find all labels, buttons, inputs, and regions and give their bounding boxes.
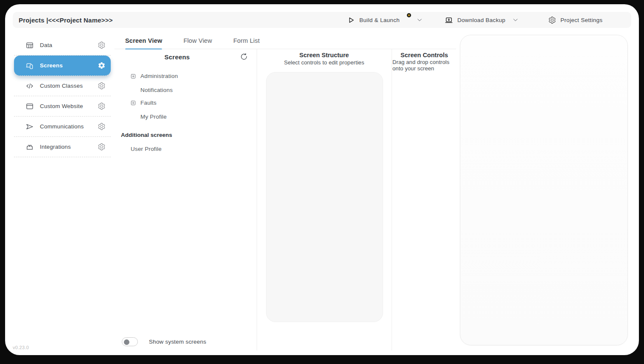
download-backup-button[interactable]: Download Backup: [445, 12, 519, 28]
devices-icon: [25, 61, 34, 70]
show-system-screens-toggle-row[interactable]: Show system screens: [122, 337, 206, 346]
panel-divider: [257, 49, 257, 350]
screen-structure-title: Screen Structure: [257, 52, 392, 58]
gear-icon[interactable]: [98, 122, 106, 131]
top-bar: Projects |<<<Project Name>>> Build & Lau…: [13, 12, 631, 28]
tree-item-label: Notifications: [140, 87, 173, 93]
tab-form-list[interactable]: Form List: [229, 37, 264, 50]
screen-controls-title: Screen Controls: [392, 52, 456, 58]
sidebar-item-screens[interactable]: Screens: [14, 56, 111, 76]
additional-screens-header: Additional screens: [121, 132, 172, 138]
sidebar-item-label: Integrations: [40, 144, 71, 150]
table-icon: [25, 41, 34, 50]
project-settings-button[interactable]: Project Settings: [548, 12, 602, 28]
tree-item-administration[interactable]: Administration: [130, 73, 178, 79]
chevron-down-icon[interactable]: [512, 17, 519, 23]
app-window: Projects |<<<Project Name>>> Build & Lau…: [5, 4, 639, 355]
tree-item-notifications[interactable]: Notifications: [140, 87, 173, 93]
tab-screen-view[interactable]: Screen View: [120, 37, 167, 50]
gear-icon[interactable]: [98, 143, 106, 151]
tabs-divider: [115, 49, 456, 49]
tree-item-user-profile[interactable]: User Profile: [131, 146, 162, 152]
tree-item-label: My Profile: [140, 114, 167, 120]
tab-label: Flow View: [183, 37, 212, 44]
sidebar-item-label: Custom Classes: [40, 83, 83, 89]
tab-flow-view[interactable]: Flow View: [179, 37, 217, 50]
tree-item-label: User Profile: [131, 146, 162, 152]
tab-label: Screen View: [125, 37, 162, 44]
gear-icon: [548, 16, 556, 24]
status-badge: [407, 13, 411, 17]
tree-item-label: Administration: [140, 73, 178, 79]
screen-structure-subtitle: Select controls to edit properties: [257, 59, 392, 66]
gear-icon[interactable]: [98, 41, 106, 49]
expand-plus-icon[interactable]: [130, 73, 136, 79]
screens-panel-header: Screens: [115, 53, 257, 61]
project-settings-label: Project Settings: [560, 17, 602, 23]
screen-controls-subtitle: Drag and drop controls onto your screen: [392, 59, 457, 72]
sidebar-item-label: Data: [40, 42, 52, 48]
tree-item-faults[interactable]: Faults: [130, 100, 157, 106]
build-launch-label: Build & Launch: [359, 17, 400, 23]
sidebar-item-integrations[interactable]: Integrations: [14, 137, 111, 157]
sidebar-item-custom-classes[interactable]: Custom Classes: [14, 76, 111, 96]
sidebar-item-custom-website[interactable]: Custom Website: [14, 96, 111, 117]
screen-structure-canvas[interactable]: [266, 72, 383, 322]
sidebar-item-label: Communications: [40, 123, 84, 130]
sidebar-item-communications[interactable]: Communications: [14, 117, 111, 137]
toggle-knob: [124, 339, 129, 345]
sidebar-item-label: Screens: [40, 62, 63, 69]
screens-panel-title: Screens: [115, 53, 240, 61]
gear-icon[interactable]: [98, 61, 106, 69]
code-icon: [25, 82, 34, 90]
gear-icon[interactable]: [98, 82, 106, 90]
sidebar: Data Screens Custom Classes Custom Websi…: [14, 35, 111, 157]
app-version: v0.23.0: [13, 345, 29, 350]
tab-label: Form List: [233, 37, 260, 44]
panel-divider: [392, 49, 392, 350]
play-icon: [347, 16, 355, 24]
toggle-switch[interactable]: [122, 337, 138, 346]
tree-item-label: Faults: [140, 100, 157, 106]
build-launch-button[interactable]: Build & Launch: [347, 12, 423, 28]
send-icon: [25, 122, 34, 131]
device-preview[interactable]: [460, 35, 628, 345]
toggle-label: Show system screens: [149, 339, 206, 345]
download-icon: [445, 16, 453, 24]
view-tabs: Screen View Flow View Form List: [120, 37, 276, 50]
page-title: Projects |<<<Project Name>>>: [19, 12, 113, 28]
browser-icon: [25, 102, 34, 111]
download-backup-label: Download Backup: [457, 17, 505, 23]
refresh-icon[interactable]: [240, 53, 248, 61]
gear-icon[interactable]: [98, 102, 106, 110]
brick-icon: [25, 143, 34, 151]
tree-item-my-profile[interactable]: My Profile: [140, 114, 167, 120]
sidebar-item-data[interactable]: Data: [14, 35, 111, 56]
chevron-down-icon[interactable]: [416, 17, 423, 23]
sidebar-item-label: Custom Website: [40, 103, 83, 109]
expand-plus-icon[interactable]: [130, 100, 136, 106]
